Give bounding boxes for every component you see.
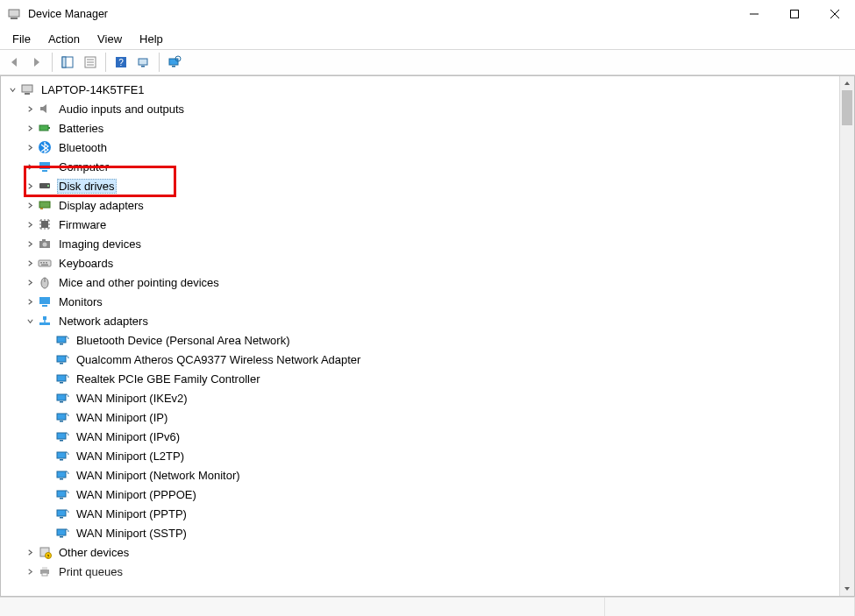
help-button[interactable]: ?: [110, 52, 132, 73]
svg-rect-50: [57, 375, 66, 381]
chevron-right-icon[interactable]: [24, 199, 36, 211]
tree-root[interactable]: LAPTOP-14K5TFE1: [6, 80, 839, 99]
category-computer[interactable]: Computer: [6, 157, 839, 176]
category-network[interactable]: Network adapters: [6, 311, 839, 330]
device-item[interactable]: Realtek PCIe GBE Family Controller: [6, 369, 839, 388]
category-firmware[interactable]: Firmware: [6, 215, 839, 234]
network-adapter-icon: [55, 468, 69, 482]
vertical-scrollbar[interactable]: [839, 76, 854, 596]
device-item[interactable]: WAN Miniport (L2TP): [6, 446, 839, 465]
category-label: Audio inputs and outputs: [57, 102, 186, 117]
device-label: WAN Miniport (PPPOE): [75, 487, 198, 502]
scroll-thumb[interactable]: [842, 90, 852, 125]
device-label: WAN Miniport (L2TP): [75, 449, 186, 464]
back-button[interactable]: [4, 52, 25, 73]
device-tree[interactable]: LAPTOP-14K5TFE1 Audio inputs and outputs…: [1, 76, 839, 596]
window-controls: [734, 0, 855, 28]
category-imaging[interactable]: Imaging devices: [6, 234, 839, 253]
maximize-button[interactable]: [774, 0, 815, 28]
category-keyboards[interactable]: Keyboards: [6, 253, 839, 273]
device-item[interactable]: WAN Miniport (PPPOE): [6, 485, 839, 504]
computer-icon: [20, 82, 34, 96]
svg-rect-66: [57, 529, 66, 535]
chevron-right-icon[interactable]: [24, 295, 36, 308]
scroll-down-icon[interactable]: [840, 582, 854, 596]
svg-rect-51: [60, 382, 63, 384]
chevron-right-icon[interactable]: [24, 237, 36, 250]
category-print[interactable]: Print queues: [6, 562, 839, 581]
svg-rect-54: [57, 414, 66, 420]
monitor-icon: [38, 294, 52, 308]
network-adapter-icon: [55, 333, 69, 347]
svg-rect-24: [39, 162, 50, 169]
menu-help[interactable]: Help: [131, 31, 172, 47]
device-item[interactable]: WAN Miniport (IPv6): [6, 427, 839, 446]
svg-rect-55: [60, 421, 63, 422]
network-adapter-icon: [55, 506, 69, 520]
device-item[interactable]: WAN Miniport (PPTP): [6, 504, 839, 523]
device-item[interactable]: Bluetooth Device (Personal Area Network): [6, 330, 839, 350]
category-display[interactable]: Display adapters: [6, 195, 839, 215]
device-item[interactable]: WAN Miniport (IKEv2): [6, 388, 839, 407]
main-pane: LAPTOP-14K5TFE1 Audio inputs and outputs…: [0, 75, 855, 597]
device-item[interactable]: WAN Miniport (SSTP): [6, 523, 839, 542]
category-disk-drives[interactable]: Disk drives: [6, 176, 839, 195]
category-batteries[interactable]: Batteries: [6, 118, 839, 138]
device-label: WAN Miniport (SSTP): [75, 526, 189, 541]
chevron-right-icon[interactable]: [24, 565, 36, 577]
chevron-right-icon[interactable]: [24, 141, 36, 153]
category-audio[interactable]: Audio inputs and outputs: [6, 99, 839, 118]
toolbar: ?: [0, 49, 855, 75]
chevron-right-icon[interactable]: [24, 122, 36, 134]
svg-rect-44: [43, 316, 46, 320]
category-monitors[interactable]: Monitors: [6, 292, 839, 311]
svg-rect-46: [57, 336, 66, 343]
menu-view[interactable]: View: [89, 31, 131, 47]
svg-text:?: ?: [47, 554, 50, 559]
chevron-right-icon[interactable]: [24, 160, 36, 173]
svg-rect-15: [141, 66, 145, 67]
close-button[interactable]: [815, 0, 855, 28]
chevron-right-icon[interactable]: [24, 103, 36, 115]
show-hide-tree-button[interactable]: [57, 52, 78, 73]
device-item[interactable]: WAN Miniport (Network Monitor): [6, 465, 839, 485]
scroll-up-icon[interactable]: [840, 76, 854, 90]
svg-rect-1: [11, 18, 18, 19]
network-adapter-icon: [55, 410, 69, 424]
chevron-right-icon[interactable]: [24, 218, 36, 230]
chevron-right-icon[interactable]: [24, 257, 36, 269]
category-label: Disk drives: [57, 179, 117, 194]
menu-action[interactable]: Action: [39, 31, 89, 47]
network-adapter-icon: [55, 352, 69, 366]
category-mice[interactable]: Mice and other pointing devices: [6, 273, 839, 292]
svg-rect-57: [60, 440, 63, 442]
chevron-right-icon[interactable]: [24, 276, 36, 288]
menu-file[interactable]: File: [4, 31, 39, 47]
device-item[interactable]: WAN Miniport (IP): [6, 407, 839, 427]
scan-hardware-button[interactable]: [164, 52, 185, 73]
device-label: WAN Miniport (IKEv2): [75, 391, 189, 406]
network-adapter-icon: [55, 391, 69, 405]
chevron-down-icon[interactable]: [6, 83, 18, 96]
toolbar-separator: [159, 53, 160, 72]
tree-root-label: LAPTOP-14K5TFE1: [39, 82, 146, 97]
forward-button[interactable]: [26, 52, 47, 73]
device-label: WAN Miniport (IP): [75, 410, 169, 425]
svg-rect-17: [172, 66, 175, 67]
svg-rect-37: [46, 262, 47, 264]
scan-button[interactable]: [133, 52, 154, 73]
minimize-button[interactable]: [734, 0, 774, 28]
svg-rect-42: [42, 305, 47, 307]
chevron-right-icon[interactable]: [24, 546, 36, 558]
chevron-down-icon[interactable]: [24, 315, 36, 327]
category-other[interactable]: ? Other devices: [6, 542, 839, 562]
svg-rect-58: [57, 452, 66, 458]
device-item[interactable]: Qualcomm Atheros QCA9377 Wireless Networ…: [6, 350, 839, 369]
svg-rect-22: [48, 127, 50, 129]
category-bluetooth[interactable]: Bluetooth: [6, 138, 839, 157]
chevron-right-icon[interactable]: [24, 180, 36, 192]
network-adapter-icon: [55, 372, 69, 386]
toolbar-separator: [105, 53, 106, 72]
svg-rect-64: [57, 510, 66, 516]
properties-button[interactable]: [80, 52, 101, 73]
